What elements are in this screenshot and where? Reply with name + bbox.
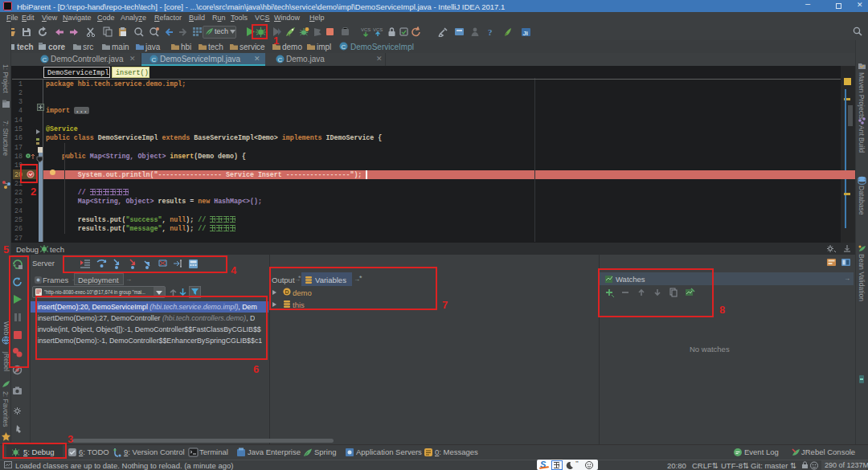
svg-text:?: ? xyxy=(488,27,493,37)
svg-text:C: C xyxy=(43,56,47,63)
svg-text:C: C xyxy=(342,43,346,51)
svg-text:Ji: Ji xyxy=(522,30,528,37)
svg-text:C: C xyxy=(152,56,157,63)
svg-text:VCS: VCS xyxy=(361,27,371,32)
svg-text:C: C xyxy=(278,56,283,63)
svg-text:VCS: VCS xyxy=(373,27,383,32)
